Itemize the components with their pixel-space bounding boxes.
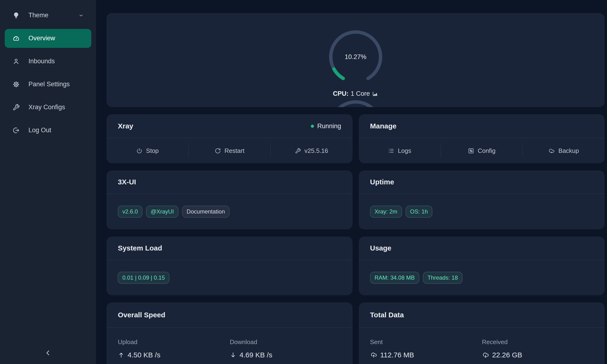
stop-button[interactable]: Stop bbox=[106, 147, 188, 155]
wrench-icon bbox=[295, 148, 301, 154]
logs-button[interactable]: Logs bbox=[359, 147, 441, 155]
card-title: Total Data bbox=[370, 311, 404, 319]
arrow-up-icon bbox=[118, 352, 124, 358]
restart-icon bbox=[215, 148, 221, 154]
os-uptime-badge: OS: 1h bbox=[406, 206, 433, 218]
manage-card: Manage Logs bbox=[359, 114, 605, 163]
sidebar-item-log-out[interactable]: Log Out bbox=[0, 119, 96, 142]
download-speed-metric: Download 4.69 KB /s bbox=[230, 338, 342, 364]
app-root: Theme Overview bbox=[0, 0, 607, 364]
card-title: Uptime bbox=[370, 178, 394, 186]
xrayui-badge[interactable]: @XrayUI bbox=[146, 206, 178, 218]
sidebar-item-label: Log Out bbox=[28, 127, 51, 134]
load-average-badge: 0.01 | 0.09 | 0.15 bbox=[118, 272, 169, 284]
card-title: Usage bbox=[370, 244, 392, 252]
sidebar-collapse-button[interactable] bbox=[44, 349, 52, 357]
metric-label: Upload bbox=[118, 338, 230, 346]
gauge-value: 10.27% bbox=[326, 27, 385, 86]
xray-uptime-badge: Xray: 2m bbox=[370, 206, 402, 218]
arrow-down-icon bbox=[230, 352, 237, 358]
sidebar-item-inbounds[interactable]: Inbounds bbox=[0, 50, 96, 73]
logout-icon bbox=[13, 127, 20, 134]
documentation-badge[interactable]: Documentation bbox=[182, 206, 229, 218]
wrench-icon bbox=[13, 104, 20, 111]
card-title: 3X-UI bbox=[118, 178, 136, 186]
xui-card: 3X-UI v2.6.0 @XrayUI Documentation bbox=[106, 170, 353, 229]
cpu-gauge: 10.27% CPU:1 Core bbox=[106, 27, 605, 97]
sidebar: Theme Overview bbox=[0, 0, 96, 364]
sliders-icon bbox=[468, 148, 474, 154]
received-data-metric: Received 22.26 GB bbox=[482, 338, 594, 364]
sidebar-item-label: Inbounds bbox=[28, 58, 55, 65]
list-icon bbox=[388, 148, 394, 154]
metric-value: 112.76 MB bbox=[380, 351, 414, 359]
card-title: Overall Speed bbox=[118, 311, 165, 319]
chevron-left-icon bbox=[44, 349, 52, 357]
sidebar-item-label: Panel Settings bbox=[28, 80, 70, 88]
main-content: 10.27% CPU:1 Core bbox=[96, 0, 607, 364]
xray-card: Xray Running Stop bbox=[106, 114, 353, 163]
sent-data-metric: Sent 112.76 MB bbox=[370, 338, 482, 364]
metric-label: Sent bbox=[370, 338, 482, 346]
metric-label: Received bbox=[482, 338, 594, 346]
system-gauges-card: 10.27% CPU:1 Core bbox=[106, 13, 605, 107]
metric-value: 4.50 KB /s bbox=[128, 351, 160, 359]
sidebar-item-xray-configs[interactable]: Xray Configs bbox=[0, 96, 96, 119]
config-button[interactable]: Config bbox=[441, 147, 523, 155]
sidebar-item-label: Theme bbox=[28, 12, 48, 19]
bulb-icon bbox=[13, 12, 20, 19]
sidebar-item-theme[interactable]: Theme bbox=[0, 4, 96, 27]
running-status-dot bbox=[311, 125, 314, 128]
user-icon bbox=[13, 58, 20, 65]
sidebar-item-overview[interactable]: Overview bbox=[0, 27, 96, 50]
ram-gauge: 21.59% RAM:1.67 GB / 7.75 GB bbox=[106, 97, 605, 107]
system-load-card: System Load 0.01 | 0.09 | 0.15 bbox=[106, 236, 353, 295]
metric-value: 22.26 GB bbox=[492, 351, 522, 359]
restart-button[interactable]: Restart bbox=[188, 147, 270, 155]
speedometer-icon bbox=[13, 35, 20, 42]
threads-badge: Threads: 18 bbox=[423, 272, 462, 284]
gauge-label: CPU:1 Core bbox=[333, 90, 378, 97]
version-badge[interactable]: v2.6.0 bbox=[118, 206, 142, 218]
upload-speed-metric: Upload 4.50 KB /s bbox=[118, 338, 230, 364]
cloud-icon bbox=[548, 148, 555, 154]
chevron-down-icon bbox=[79, 13, 84, 18]
cloud-up-icon bbox=[370, 351, 377, 359]
cloud-down-icon bbox=[482, 351, 489, 359]
overall-speed-card: Overall Speed Upload 4.50 KB /s bbox=[106, 302, 353, 364]
usage-card: Usage RAM: 34.08 MB Threads: 18 bbox=[359, 236, 605, 295]
uptime-card: Uptime Xray: 2m OS: 1h bbox=[359, 170, 605, 229]
sidebar-item-label: Overview bbox=[28, 35, 55, 42]
metric-label: Download bbox=[230, 338, 342, 346]
card-title: System Load bbox=[118, 244, 162, 252]
gauge-value: 21.59% bbox=[326, 97, 385, 107]
gear-icon bbox=[13, 81, 20, 88]
metric-value: 4.69 KB /s bbox=[239, 351, 272, 359]
status-label: Running bbox=[317, 122, 341, 130]
card-title: Xray bbox=[118, 122, 133, 130]
cpu-chart-icon[interactable] bbox=[372, 91, 378, 97]
total-data-card: Total Data Sent 112.76 MB bbox=[359, 302, 605, 364]
xray-version-button[interactable]: v25.5.16 bbox=[271, 147, 352, 155]
backup-button[interactable]: Backup bbox=[523, 147, 605, 155]
sidebar-item-panel-settings[interactable]: Panel Settings bbox=[0, 73, 96, 96]
card-title: Manage bbox=[370, 122, 397, 130]
xray-status: Running bbox=[311, 122, 341, 130]
ram-usage-badge: RAM: 34.08 MB bbox=[370, 272, 419, 284]
power-icon bbox=[136, 148, 143, 154]
sidebar-item-label: Xray Configs bbox=[28, 104, 65, 111]
